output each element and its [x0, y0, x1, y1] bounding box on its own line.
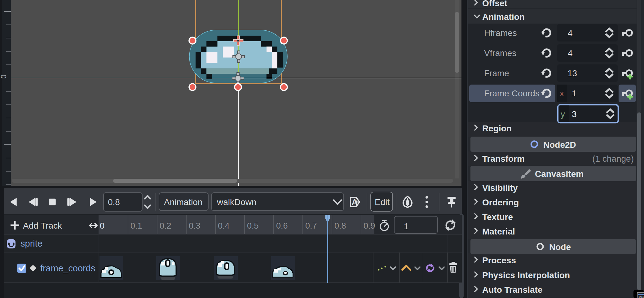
svg-text:0: 0 — [0, 75, 8, 79]
svg-text:Texture: Texture — [482, 212, 513, 222]
svg-text:Visibility: Visibility — [482, 183, 518, 193]
svg-text:Material: Material — [482, 227, 515, 236]
svg-text:Add Track: Add Track — [23, 221, 62, 230]
svg-text:1: 1 — [572, 89, 577, 98]
svg-text:Edit: Edit — [375, 197, 390, 207]
svg-text:Physics Interpolation: Physics Interpolation — [482, 270, 570, 280]
svg-text:Animation: Animation — [482, 12, 525, 22]
svg-text:0.1: 0.1 — [130, 221, 142, 230]
svg-text:CanvasItem: CanvasItem — [535, 169, 584, 179]
svg-text:0.2: 0.2 — [160, 221, 171, 230]
svg-text:Node2D: Node2D — [543, 140, 576, 150]
svg-text:0.4: 0.4 — [218, 221, 230, 230]
svg-text:Vframes: Vframes — [484, 48, 516, 58]
svg-text:Node: Node — [549, 242, 571, 252]
svg-text:4: 4 — [568, 28, 573, 38]
svg-text:0.7: 0.7 — [305, 221, 317, 230]
svg-text:0.5: 0.5 — [247, 221, 259, 230]
svg-text:Frame: Frame — [484, 68, 509, 78]
svg-text:1: 1 — [404, 221, 409, 231]
svg-text:x: x — [560, 89, 564, 98]
svg-text:0.6: 0.6 — [276, 221, 288, 230]
svg-text:13: 13 — [567, 68, 577, 78]
svg-text:Frame Coords: Frame Coords — [484, 89, 540, 98]
svg-text:frame_coords: frame_coords — [40, 263, 95, 273]
svg-text:Animation: Animation — [164, 197, 203, 207]
svg-text:3: 3 — [572, 109, 577, 119]
svg-text:Transform: Transform — [482, 154, 525, 164]
svg-text:sprite: sprite — [20, 239, 42, 248]
svg-text:4: 4 — [568, 48, 573, 58]
svg-text:0.8: 0.8 — [334, 221, 346, 230]
svg-text:Region: Region — [482, 124, 512, 133]
svg-text:offse: offse — [638, 296, 644, 298]
svg-text:Process: Process — [482, 256, 516, 265]
svg-text:0.3: 0.3 — [189, 221, 201, 230]
svg-text:y: y — [561, 109, 565, 119]
svg-text:0.8: 0.8 — [108, 197, 120, 207]
svg-text:Hframes: Hframes — [484, 28, 517, 38]
svg-text:Ordering: Ordering — [482, 198, 519, 207]
svg-text:Offset: Offset — [482, 0, 507, 8]
svg-text:(1 change): (1 change) — [592, 154, 634, 164]
svg-text:Auto Translate: Auto Translate — [482, 285, 542, 295]
svg-text:0: 0 — [100, 221, 104, 230]
svg-text:walkDown: walkDown — [217, 197, 257, 207]
svg-text:0.9: 0.9 — [364, 221, 375, 230]
